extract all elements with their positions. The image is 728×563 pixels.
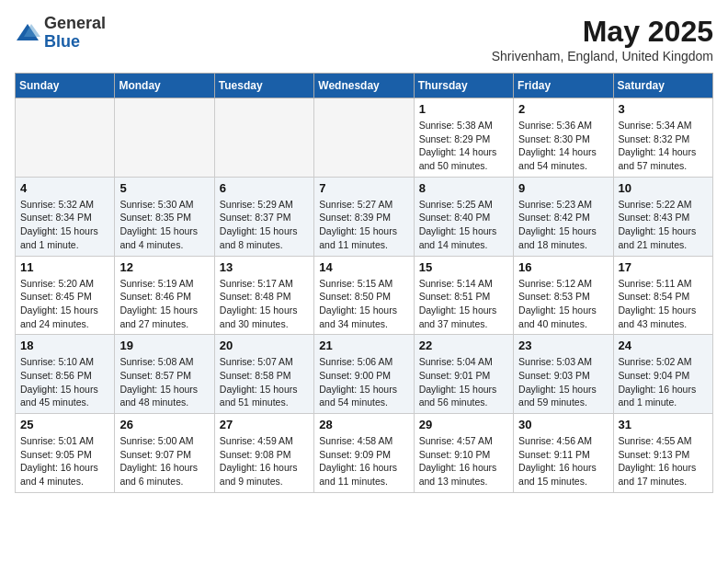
day-content: Sunrise: 5:29 AM Sunset: 8:37 PM Dayligh…	[220, 198, 309, 252]
day-number: 26	[119, 418, 209, 431]
day-content: Sunrise: 5:19 AM Sunset: 8:46 PM Dayligh…	[119, 277, 209, 331]
day-content: Sunrise: 4:59 AM Sunset: 9:08 PM Dayligh…	[220, 434, 309, 488]
month-title: May 2025	[492, 15, 713, 49]
day-content: Sunrise: 5:15 AM Sunset: 8:50 PM Dayligh…	[319, 277, 408, 331]
calendar-cell: 24Sunrise: 5:02 AM Sunset: 9:04 PM Dayli…	[613, 335, 712, 414]
day-content: Sunrise: 5:04 AM Sunset: 9:01 PM Dayligh…	[419, 355, 508, 409]
calendar-table: SundayMondayTuesdayWednesdayThursdayFrid…	[15, 73, 713, 493]
day-content: Sunrise: 5:12 AM Sunset: 8:53 PM Dayligh…	[518, 277, 608, 331]
week-row-1: 1Sunrise: 5:38 AM Sunset: 8:29 PM Daylig…	[16, 98, 713, 178]
weekday-header-wednesday: Wednesday	[314, 74, 414, 98]
day-number: 21	[319, 339, 408, 352]
calendar-cell: 11Sunrise: 5:20 AM Sunset: 8:45 PM Dayli…	[16, 256, 115, 335]
day-content: Sunrise: 5:20 AM Sunset: 8:45 PM Dayligh…	[20, 277, 109, 331]
day-content: Sunrise: 5:14 AM Sunset: 8:51 PM Dayligh…	[419, 277, 508, 331]
day-number: 14	[319, 260, 408, 274]
day-content: Sunrise: 5:06 AM Sunset: 9:00 PM Dayligh…	[319, 355, 408, 409]
day-content: Sunrise: 4:58 AM Sunset: 9:09 PM Dayligh…	[319, 434, 408, 488]
day-number: 15	[419, 260, 508, 274]
day-content: Sunrise: 5:08 AM Sunset: 8:57 PM Dayligh…	[119, 355, 209, 409]
calendar-cell: 1Sunrise: 5:38 AM Sunset: 8:29 PM Daylig…	[414, 98, 513, 178]
calendar-cell	[214, 98, 313, 178]
day-number: 22	[419, 339, 508, 352]
day-number: 11	[20, 260, 109, 274]
day-content: Sunrise: 5:01 AM Sunset: 9:05 PM Dayligh…	[20, 434, 109, 488]
calendar-cell	[16, 98, 115, 178]
calendar-cell: 13Sunrise: 5:17 AM Sunset: 8:48 PM Dayli…	[214, 256, 313, 335]
day-number: 12	[119, 260, 209, 274]
logo-icon	[15, 20, 40, 46]
day-number: 31	[619, 418, 708, 431]
day-content: Sunrise: 4:55 AM Sunset: 9:13 PM Dayligh…	[619, 434, 708, 488]
calendar-cell: 12Sunrise: 5:19 AM Sunset: 8:46 PM Dayli…	[115, 256, 214, 335]
calendar-cell: 29Sunrise: 4:57 AM Sunset: 9:10 PM Dayli…	[414, 414, 513, 493]
logo: General Blue	[15, 15, 106, 52]
day-content: Sunrise: 5:17 AM Sunset: 8:48 PM Dayligh…	[220, 277, 309, 331]
day-number: 27	[220, 418, 309, 431]
calendar-cell: 15Sunrise: 5:14 AM Sunset: 8:51 PM Dayli…	[414, 256, 513, 335]
calendar-cell: 26Sunrise: 5:00 AM Sunset: 9:07 PM Dayli…	[115, 414, 214, 493]
calendar-cell: 16Sunrise: 5:12 AM Sunset: 8:53 PM Dayli…	[514, 256, 613, 335]
day-number: 30	[518, 418, 608, 431]
day-number: 8	[419, 181, 508, 195]
calendar-cell: 21Sunrise: 5:06 AM Sunset: 9:00 PM Dayli…	[314, 335, 414, 414]
calendar-cell: 10Sunrise: 5:22 AM Sunset: 8:43 PM Dayli…	[613, 177, 712, 256]
day-content: Sunrise: 4:56 AM Sunset: 9:11 PM Dayligh…	[518, 434, 608, 488]
calendar-cell: 6Sunrise: 5:29 AM Sunset: 8:37 PM Daylig…	[214, 177, 313, 256]
day-content: Sunrise: 5:34 AM Sunset: 8:32 PM Dayligh…	[619, 119, 708, 173]
day-content: Sunrise: 5:36 AM Sunset: 8:30 PM Dayligh…	[518, 119, 608, 173]
day-number: 16	[518, 260, 608, 274]
week-row-3: 11Sunrise: 5:20 AM Sunset: 8:45 PM Dayli…	[16, 256, 713, 335]
logo-blue-text: Blue	[44, 33, 106, 52]
logo-general-text: General	[44, 15, 106, 33]
day-content: Sunrise: 5:07 AM Sunset: 8:58 PM Dayligh…	[220, 355, 309, 409]
day-number: 24	[619, 339, 708, 352]
day-content: Sunrise: 5:23 AM Sunset: 8:42 PM Dayligh…	[518, 198, 608, 252]
day-number: 5	[119, 181, 209, 195]
title-block: May 2025 Shrivenham, England, United Kin…	[492, 15, 713, 63]
calendar-cell: 14Sunrise: 5:15 AM Sunset: 8:50 PM Dayli…	[314, 256, 414, 335]
calendar-cell: 20Sunrise: 5:07 AM Sunset: 8:58 PM Dayli…	[214, 335, 313, 414]
calendar-cell	[115, 98, 214, 178]
calendar-cell: 7Sunrise: 5:27 AM Sunset: 8:39 PM Daylig…	[314, 177, 414, 256]
calendar-cell: 19Sunrise: 5:08 AM Sunset: 8:57 PM Dayli…	[115, 335, 214, 414]
calendar-cell: 2Sunrise: 5:36 AM Sunset: 8:30 PM Daylig…	[514, 98, 613, 178]
day-number: 10	[619, 181, 708, 195]
day-number: 13	[220, 260, 309, 274]
day-number: 25	[20, 418, 109, 431]
day-number: 2	[518, 102, 608, 116]
day-number: 4	[20, 181, 109, 195]
week-row-4: 18Sunrise: 5:10 AM Sunset: 8:56 PM Dayli…	[16, 335, 713, 414]
page-header: General Blue May 2025 Shrivenham, Englan…	[15, 15, 713, 63]
weekday-header-sunday: Sunday	[16, 74, 115, 98]
week-row-5: 25Sunrise: 5:01 AM Sunset: 9:05 PM Dayli…	[16, 414, 713, 493]
weekday-header-saturday: Saturday	[613, 74, 712, 98]
day-content: Sunrise: 5:02 AM Sunset: 9:04 PM Dayligh…	[619, 355, 708, 409]
calendar-cell: 17Sunrise: 5:11 AM Sunset: 8:54 PM Dayli…	[613, 256, 712, 335]
day-number: 17	[619, 260, 708, 274]
day-number: 6	[220, 181, 309, 195]
day-content: Sunrise: 5:10 AM Sunset: 8:56 PM Dayligh…	[20, 355, 109, 409]
weekday-header-tuesday: Tuesday	[214, 74, 313, 98]
weekday-header-row: SundayMondayTuesdayWednesdayThursdayFrid…	[16, 74, 713, 98]
calendar-cell: 18Sunrise: 5:10 AM Sunset: 8:56 PM Dayli…	[16, 335, 115, 414]
day-content: Sunrise: 5:25 AM Sunset: 8:40 PM Dayligh…	[419, 198, 508, 252]
week-row-2: 4Sunrise: 5:32 AM Sunset: 8:34 PM Daylig…	[16, 177, 713, 256]
calendar-cell: 30Sunrise: 4:56 AM Sunset: 9:11 PM Dayli…	[514, 414, 613, 493]
day-number: 1	[419, 102, 508, 116]
day-number: 23	[518, 339, 608, 352]
day-number: 20	[220, 339, 309, 352]
calendar-cell: 23Sunrise: 5:03 AM Sunset: 9:03 PM Dayli…	[514, 335, 613, 414]
location-text: Shrivenham, England, United Kingdom	[492, 49, 713, 63]
calendar-cell: 4Sunrise: 5:32 AM Sunset: 8:34 PM Daylig…	[16, 177, 115, 256]
calendar-cell: 28Sunrise: 4:58 AM Sunset: 9:09 PM Dayli…	[314, 414, 414, 493]
day-content: Sunrise: 5:11 AM Sunset: 8:54 PM Dayligh…	[619, 277, 708, 331]
calendar-cell: 25Sunrise: 5:01 AM Sunset: 9:05 PM Dayli…	[16, 414, 115, 493]
day-number: 7	[319, 181, 408, 195]
day-number: 28	[319, 418, 408, 431]
weekday-header-thursday: Thursday	[414, 74, 513, 98]
day-content: Sunrise: 5:00 AM Sunset: 9:07 PM Dayligh…	[119, 434, 209, 488]
day-number: 19	[119, 339, 209, 352]
calendar-cell: 27Sunrise: 4:59 AM Sunset: 9:08 PM Dayli…	[214, 414, 313, 493]
day-content: Sunrise: 4:57 AM Sunset: 9:10 PM Dayligh…	[419, 434, 508, 488]
